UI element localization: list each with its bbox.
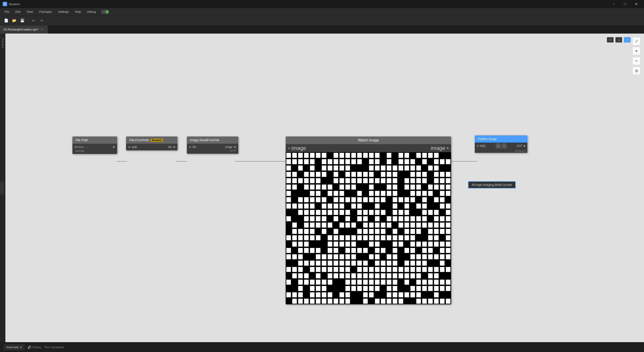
open-button[interactable]: 📂 — [11, 17, 18, 24]
svg-rect-379 — [322, 267, 326, 272]
svg-rect-352 — [446, 254, 450, 259]
svg-rect-500 — [428, 299, 432, 304]
run-toggle[interactable] — [101, 10, 109, 14]
expand-button[interactable]: ⤢ — [632, 37, 640, 45]
tab-label: 02-RectangleCreation.dyn* — [4, 28, 38, 31]
svg-rect-434 — [375, 280, 379, 285]
svg-rect-303 — [393, 242, 397, 247]
save-button[interactable]: 💾 — [19, 17, 26, 24]
svg-rect-240 — [387, 223, 391, 228]
svg-rect-256 — [357, 229, 362, 234]
node-watchimage-body — [286, 152, 451, 304]
svg-rect-271 — [298, 235, 303, 240]
node-readfromfile-out-port[interactable] — [234, 146, 236, 148]
library-label[interactable]: Library — [1, 38, 4, 48]
svg-rect-478 — [404, 292, 409, 297]
node-frompath-out-port[interactable] — [173, 146, 175, 148]
svg-rect-122 — [410, 185, 415, 190]
svg-rect-447 — [316, 286, 320, 291]
tab-main[interactable]: 02-RectangleCreation.dyn* ✕ — [0, 26, 48, 34]
node-pythonscript-in-port[interactable] — [476, 145, 479, 147]
svg-rect-335 — [316, 254, 320, 259]
svg-rect-410 — [363, 273, 368, 278]
undo-button[interactable]: ↩ — [30, 17, 37, 24]
svg-rect-34 — [369, 159, 374, 164]
svg-rect-253 — [310, 229, 314, 234]
svg-rect-259 — [375, 229, 379, 234]
node-pythonscript-out-port[interactable] — [523, 145, 526, 147]
tab-close-button[interactable]: ✕ — [40, 28, 44, 32]
svg-rect-228 — [304, 223, 308, 228]
svg-rect-280 — [357, 235, 362, 240]
svg-rect-94 — [357, 178, 362, 183]
svg-rect-17 — [404, 153, 409, 158]
add-port-button[interactable]: + — [496, 143, 501, 148]
node-filepath-browse-label[interactable]: Browse... — [75, 145, 86, 149]
svg-rect-117 — [352, 185, 356, 190]
svg-rect-336 — [322, 254, 326, 259]
svg-rect-193 — [340, 210, 344, 215]
svg-rect-393 — [410, 267, 415, 272]
svg-rect-151 — [322, 197, 326, 202]
svg-rect-216 — [375, 216, 379, 221]
zoom-out-button[interactable]: − — [632, 57, 640, 65]
canvas[interactable]: ⬡ △ ⤢ ⤢ + − ⊞ File Path — [5, 34, 644, 342]
svg-rect-173 — [322, 204, 326, 209]
geometry-icon[interactable]: ⬡ — [607, 37, 614, 43]
menu-help[interactable]: Help — [72, 9, 84, 14]
svg-rect-430 — [352, 280, 356, 285]
statusbar: Automatic ▾ ✓ Debug Run completed. — [0, 342, 644, 352]
app-title: Dynamo — [9, 3, 609, 6]
svg-rect-475 — [387, 292, 391, 297]
svg-rect-363 — [357, 261, 362, 266]
menu-debug[interactable]: Debug — [84, 9, 98, 14]
menu-packages[interactable]: Packages — [36, 9, 54, 14]
svg-rect-48 — [328, 165, 332, 170]
svg-rect-374 — [286, 267, 291, 272]
svg-rect-420 — [428, 273, 432, 278]
remove-port-button[interactable]: − — [502, 143, 506, 148]
svg-rect-369 — [404, 261, 409, 266]
minimize-button[interactable]: − — [609, 0, 619, 8]
maximize-button[interactable]: □ — [620, 0, 630, 8]
svg-rect-365 — [375, 261, 379, 266]
menu-file[interactable]: File — [2, 9, 12, 14]
menu-settings[interactable]: Settings — [56, 9, 71, 14]
new-button[interactable]: 📄 — [3, 17, 10, 24]
svg-rect-33 — [357, 159, 362, 164]
close-button[interactable]: ✕ — [631, 0, 641, 8]
right-toolbar: ⤢ + − ⊞ — [632, 37, 640, 75]
svg-rect-100 — [393, 178, 397, 183]
preview-icon[interactable]: ⤢ — [624, 37, 630, 43]
background-icon[interactable]: △ — [616, 37, 622, 43]
node-watchimage-in-port[interactable] — [288, 147, 290, 149]
node-watchimage-out-port[interactable] — [446, 147, 449, 149]
svg-rect-120 — [393, 185, 397, 190]
svg-rect-477 — [398, 292, 403, 297]
debug-checkbox[interactable]: ✓ — [28, 346, 31, 349]
redo-button[interactable]: ↪ — [38, 17, 45, 24]
menu-view[interactable]: View — [24, 9, 36, 14]
svg-rect-484 — [304, 299, 308, 304]
svg-rect-333 — [292, 254, 297, 259]
svg-rect-191 — [328, 210, 332, 215]
svg-rect-38 — [404, 159, 409, 164]
svg-rect-37 — [398, 159, 403, 164]
zoom-in-button[interactable]: + — [632, 47, 640, 55]
node-readfromfile-out-label: image — [225, 145, 232, 149]
node-frompath-in-port[interactable] — [128, 146, 130, 148]
svg-rect-245 — [422, 223, 427, 228]
menu-edit[interactable]: Edit — [13, 9, 23, 14]
run-mode-dropdown[interactable]: Automatic ▾ — [4, 344, 24, 350]
library-toggle[interactable]: › — [0, 181, 4, 195]
svg-rect-185 — [446, 204, 450, 209]
svg-rect-110 — [304, 185, 308, 190]
node-watchimage: Watch Image image image — [286, 136, 451, 304]
node-filepath-out-port[interactable] — [113, 146, 115, 148]
svg-rect-418 — [410, 273, 415, 278]
svg-rect-147 — [298, 197, 303, 202]
fit-button[interactable]: ⊞ — [632, 67, 640, 75]
node-readfromfile-in-port[interactable] — [189, 146, 191, 148]
svg-rect-169 — [292, 204, 297, 209]
svg-rect-129 — [310, 191, 314, 196]
